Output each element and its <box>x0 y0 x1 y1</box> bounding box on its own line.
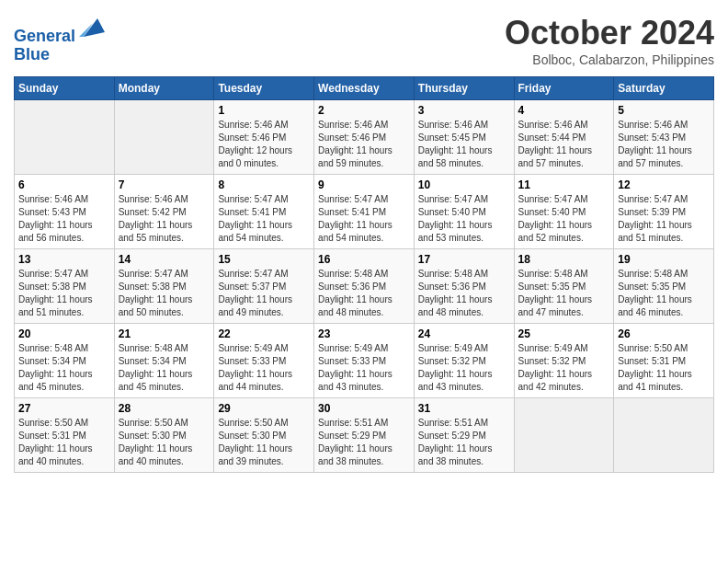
logo-icon <box>79 14 107 41</box>
sunrise-text: Sunrise: 5:46 AM <box>418 119 510 132</box>
calendar-cell <box>15 100 115 175</box>
day-detail: Sunrise: 5:47 AMSunset: 5:38 PMDaylight:… <box>18 268 110 319</box>
day-detail: Sunrise: 5:48 AMSunset: 5:34 PMDaylight:… <box>119 342 210 394</box>
sunset-text: Sunset: 5:38 PM <box>18 281 110 293</box>
daylight-text: Daylight: 11 hours and 49 minutes. <box>218 293 310 319</box>
calendar-cell: 20Sunrise: 5:48 AMSunset: 5:34 PMDayligh… <box>15 324 115 398</box>
day-number: 6 <box>18 178 110 191</box>
calendar-cell: 28Sunrise: 5:50 AMSunset: 5:30 PMDayligh… <box>114 398 214 473</box>
calendar-cell: 2Sunrise: 5:46 AMSunset: 5:46 PMDaylight… <box>314 100 415 175</box>
weekday-header-saturday: Saturday <box>614 77 714 100</box>
sunset-text: Sunset: 5:32 PM <box>518 355 610 368</box>
sunset-text: Sunset: 5:41 PM <box>218 206 310 219</box>
calendar-cell: 27Sunrise: 5:50 AMSunset: 5:31 PMDayligh… <box>15 398 115 473</box>
daylight-text: Daylight: 11 hours and 40 minutes. <box>18 442 110 468</box>
calendar-cell: 18Sunrise: 5:48 AMSunset: 5:35 PMDayligh… <box>514 249 614 324</box>
sunset-text: Sunset: 5:31 PM <box>18 430 110 442</box>
logo: General Blue <box>14 14 107 64</box>
calendar-cell: 16Sunrise: 5:48 AMSunset: 5:36 PMDayligh… <box>314 249 415 324</box>
calendar-week-2: 6Sunrise: 5:46 AMSunset: 5:43 PMDaylight… <box>15 175 714 249</box>
weekday-header-row: SundayMondayTuesdayWednesdayThursdayFrid… <box>15 77 714 100</box>
daylight-text: Daylight: 11 hours and 56 minutes. <box>18 219 110 245</box>
day-number: 12 <box>618 178 710 191</box>
calendar-table: SundayMondayTuesdayWednesdayThursdayFrid… <box>14 76 714 473</box>
daylight-text: Daylight: 11 hours and 43 minutes. <box>318 368 410 394</box>
day-number: 31 <box>418 402 510 415</box>
daylight-text: Daylight: 11 hours and 52 minutes. <box>518 219 610 245</box>
calendar-week-1: 1Sunrise: 5:46 AMSunset: 5:46 PMDaylight… <box>15 100 714 175</box>
daylight-text: Daylight: 11 hours and 54 minutes. <box>218 219 310 245</box>
day-detail: Sunrise: 5:46 AMSunset: 5:44 PMDaylight:… <box>518 119 610 170</box>
day-number: 22 <box>218 327 310 340</box>
sunrise-text: Sunrise: 5:46 AM <box>618 119 710 132</box>
calendar-cell <box>514 398 614 473</box>
sunrise-text: Sunrise: 5:50 AM <box>218 417 310 430</box>
daylight-text: Daylight: 11 hours and 51 minutes. <box>618 219 710 245</box>
sunset-text: Sunset: 5:33 PM <box>318 355 410 368</box>
calendar-cell: 17Sunrise: 5:48 AMSunset: 5:36 PMDayligh… <box>414 249 514 324</box>
day-detail: Sunrise: 5:50 AMSunset: 5:31 PMDaylight:… <box>618 342 710 394</box>
sunset-text: Sunset: 5:29 PM <box>318 430 410 442</box>
sunrise-text: Sunrise: 5:49 AM <box>218 342 310 355</box>
calendar-week-5: 27Sunrise: 5:50 AMSunset: 5:31 PMDayligh… <box>15 398 714 473</box>
day-detail: Sunrise: 5:47 AMSunset: 5:41 PMDaylight:… <box>318 193 410 245</box>
day-number: 10 <box>418 178 510 191</box>
sunrise-text: Sunrise: 5:47 AM <box>18 268 110 281</box>
sunset-text: Sunset: 5:44 PM <box>518 132 610 144</box>
logo-general: General <box>14 27 75 45</box>
sunset-text: Sunset: 5:35 PM <box>518 281 610 293</box>
daylight-text: Daylight: 11 hours and 51 minutes. <box>18 293 110 319</box>
day-number: 25 <box>518 327 610 340</box>
daylight-text: Daylight: 11 hours and 38 minutes. <box>318 442 410 468</box>
logo-blue: Blue <box>14 46 107 64</box>
calendar-week-3: 13Sunrise: 5:47 AMSunset: 5:38 PMDayligh… <box>15 249 714 324</box>
day-detail: Sunrise: 5:47 AMSunset: 5:40 PMDaylight:… <box>518 193 610 245</box>
sunrise-text: Sunrise: 5:46 AM <box>518 119 610 132</box>
day-detail: Sunrise: 5:48 AMSunset: 5:36 PMDaylight:… <box>318 268 410 319</box>
page-header: General Blue October 2024 Bolboc, Calaba… <box>14 14 714 67</box>
day-number: 4 <box>518 104 610 117</box>
sunset-text: Sunset: 5:36 PM <box>418 281 510 293</box>
sunset-text: Sunset: 5:30 PM <box>119 430 210 442</box>
calendar-cell: 31Sunrise: 5:51 AMSunset: 5:29 PMDayligh… <box>414 398 514 473</box>
sunset-text: Sunset: 5:35 PM <box>618 281 710 293</box>
day-detail: Sunrise: 5:48 AMSunset: 5:34 PMDaylight:… <box>18 342 110 394</box>
daylight-text: Daylight: 11 hours and 47 minutes. <box>518 293 610 319</box>
day-number: 2 <box>318 104 410 117</box>
day-detail: Sunrise: 5:46 AMSunset: 5:45 PMDaylight:… <box>418 119 510 170</box>
day-number: 21 <box>119 327 210 340</box>
weekday-header-tuesday: Tuesday <box>214 77 314 100</box>
day-detail: Sunrise: 5:46 AMSunset: 5:43 PMDaylight:… <box>18 193 110 245</box>
daylight-text: Daylight: 11 hours and 38 minutes. <box>418 442 510 468</box>
daylight-text: Daylight: 11 hours and 45 minutes. <box>119 368 210 394</box>
day-detail: Sunrise: 5:46 AMSunset: 5:46 PMDaylight:… <box>318 119 410 170</box>
day-detail: Sunrise: 5:49 AMSunset: 5:32 PMDaylight:… <box>418 342 510 394</box>
calendar-cell <box>114 100 214 175</box>
day-detail: Sunrise: 5:49 AMSunset: 5:32 PMDaylight:… <box>518 342 610 394</box>
sunrise-text: Sunrise: 5:46 AM <box>18 193 110 206</box>
day-number: 24 <box>418 327 510 340</box>
weekday-header-thursday: Thursday <box>414 77 514 100</box>
weekday-header-friday: Friday <box>514 77 614 100</box>
calendar-cell: 29Sunrise: 5:50 AMSunset: 5:30 PMDayligh… <box>214 398 314 473</box>
day-number: 30 <box>318 402 410 415</box>
sunrise-text: Sunrise: 5:47 AM <box>318 193 410 206</box>
calendar-cell: 25Sunrise: 5:49 AMSunset: 5:32 PMDayligh… <box>514 324 614 398</box>
day-detail: Sunrise: 5:49 AMSunset: 5:33 PMDaylight:… <box>318 342 410 394</box>
calendar-cell: 22Sunrise: 5:49 AMSunset: 5:33 PMDayligh… <box>214 324 314 398</box>
sunset-text: Sunset: 5:46 PM <box>218 132 310 144</box>
calendar-cell: 9Sunrise: 5:47 AMSunset: 5:41 PMDaylight… <box>314 175 415 249</box>
daylight-text: Daylight: 11 hours and 57 minutes. <box>618 144 710 170</box>
day-detail: Sunrise: 5:48 AMSunset: 5:36 PMDaylight:… <box>418 268 510 319</box>
sunset-text: Sunset: 5:30 PM <box>218 430 310 442</box>
day-detail: Sunrise: 5:50 AMSunset: 5:30 PMDaylight:… <box>218 417 310 468</box>
sunset-text: Sunset: 5:39 PM <box>618 206 710 219</box>
sunrise-text: Sunrise: 5:51 AM <box>418 417 510 430</box>
calendar-week-4: 20Sunrise: 5:48 AMSunset: 5:34 PMDayligh… <box>15 324 714 398</box>
day-detail: Sunrise: 5:50 AMSunset: 5:30 PMDaylight:… <box>119 417 210 468</box>
calendar-cell <box>614 398 714 473</box>
sunset-text: Sunset: 5:43 PM <box>18 206 110 219</box>
day-detail: Sunrise: 5:46 AMSunset: 5:42 PMDaylight:… <box>119 193 210 245</box>
sunrise-text: Sunrise: 5:48 AM <box>518 268 610 281</box>
sunrise-text: Sunrise: 5:48 AM <box>119 342 210 355</box>
